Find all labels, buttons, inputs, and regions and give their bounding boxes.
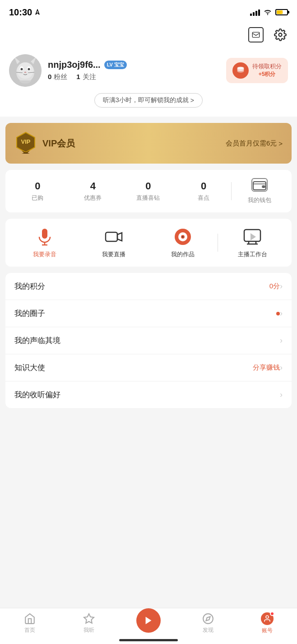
profile-section: nnjp3oj9f6... LV 宝宝 0 粉丝 1 关注 [0,47,297,117]
microphone-icon [37,228,52,246]
arrow-icon: › [280,309,283,318]
host-workspace-icon [243,229,261,245]
avatar[interactable] [9,54,42,87]
svg-point-43 [266,616,269,618]
works-icon [173,227,193,247]
vip-left: VIP VIP会员 [14,131,75,155]
action-host-label: 主播工作台 [238,250,267,259]
svg-point-12 [24,72,27,73]
menu-item-circle[interactable]: 我的圈子 › [5,300,292,327]
wallet-label: 我的钱包 [248,196,271,204]
action-live[interactable]: 我要直播 [79,227,148,259]
home-icon [24,613,36,625]
action-works-label: 我的作品 [171,250,195,259]
points-icon [232,62,249,79]
svg-marker-38 [251,233,256,240]
bottom-nav: 首页 我听 发现 账号 [0,608,297,644]
followers-item[interactable]: 0 粉丝 [48,73,67,81]
account-notification-dot [270,611,274,616]
nav-mylisten[interactable]: 我听 [60,613,119,634]
stats-row: 0 已购 4 优惠券 0 直播喜钻 0 喜点 我的钱包 [5,170,292,212]
stat-coupons[interactable]: 4 优惠券 [65,180,121,202]
arrow-icon: › [280,390,283,400]
svg-point-2 [279,33,282,37]
menu-item-soundscape[interactable]: 我的声临其境 › [5,327,292,354]
level-badge: LV 宝宝 [104,61,127,69]
location-arrow-icon [34,9,41,15]
menu-item-points[interactable]: 我的积分 0分 › [5,273,292,300]
menu-list: 我的积分 0分 › 我的圈子 › 我的声临其境 › 知识大使 分享赚钱 › 我的… [5,273,292,408]
svg-text:VIP: VIP [21,138,31,145]
unlock-banner: 听满3小时，即可解锁我的成就 > [9,93,288,108]
arrow-icon: › [280,282,283,291]
stat-live-diamonds[interactable]: 0 直播喜钻 [121,180,176,202]
menu-item-preference[interactable]: 我的收听偏好 › [5,381,292,408]
wifi-icon [264,9,272,15]
svg-rect-1 [252,32,259,37]
settings-button[interactable] [273,27,288,42]
svg-rect-28 [106,232,117,241]
action-record[interactable]: 我要录音 [10,227,79,259]
play-icon [144,616,153,625]
vip-banner[interactable]: VIP VIP会员 会员首月仅需6元 > [5,123,292,164]
svg-point-7 [17,62,33,79]
following-item[interactable]: 1 关注 [76,73,96,81]
svg-point-33 [182,236,184,238]
svg-rect-25 [42,229,47,239]
action-live-label: 我要直播 [102,250,125,259]
points-bonus: +5积分 [252,71,282,78]
mail-button[interactable] [248,27,264,42]
svg-point-41 [203,614,213,624]
stat-purchased[interactable]: 0 已购 [10,180,65,202]
settings-icon [274,28,287,41]
svg-point-0 [267,14,268,15]
unlock-button[interactable]: 听满3小时，即可解锁我的成就 > [94,93,203,108]
mail-icon [252,32,260,38]
nav-home[interactable]: 首页 [0,613,60,634]
my-works-icon [174,228,192,246]
vip-badge-container: VIP [14,131,37,155]
svg-point-10 [21,68,23,71]
top-bar [0,23,297,47]
arrow-icon: › [280,363,283,372]
svg-point-11 [28,68,30,71]
pending-points-card[interactable]: 待领取积分 +5积分 [226,58,288,83]
status-time: 10:30 [9,7,41,18]
svg-point-24 [263,186,264,188]
star-icon [83,613,95,625]
account-avatar-container [261,612,274,625]
arrow-icon: › [280,336,283,345]
svg-marker-40 [146,616,152,624]
action-row: 我要录音 我要直播 我的作品 [5,219,292,267]
camera-icon [104,227,124,247]
nav-account-label: 账号 [262,627,273,635]
stat-points[interactable]: 0 喜点 [176,180,232,202]
vip-badge-icon: VIP [14,131,37,154]
nav-mylisten-label: 我听 [84,626,94,634]
svg-marker-42 [206,616,210,620]
my-wallet[interactable]: 我的钱包 [232,178,287,204]
nav-discover-label: 发现 [203,626,213,634]
nav-play[interactable] [119,615,178,633]
svg-marker-29 [117,233,122,241]
home-indicator [119,639,178,641]
action-works[interactable]: 我的作品 [148,227,218,259]
username: nnjp3oj9f6... [48,60,101,70]
svg-marker-39 [84,614,94,623]
points-label: 待领取积分 [252,63,282,71]
compass-icon [202,613,214,625]
battery-icon: ⚡ [275,9,288,15]
action-record-label: 我要录音 [33,250,56,259]
vip-title: VIP会员 [42,137,75,150]
profile-info: nnjp3oj9f6... LV 宝宝 0 粉丝 1 关注 [48,60,220,81]
menu-item-ambassador[interactable]: 知识大使 分享赚钱 › [5,354,292,381]
notification-dot [276,312,280,315]
wallet-svg-icon [253,179,266,190]
nav-discover[interactable]: 发现 [178,613,238,634]
wallet-icon [251,178,268,192]
signal-icon [250,9,260,16]
play-button[interactable] [136,608,161,633]
nav-account[interactable]: 账号 [237,612,297,635]
coin-stack-icon [236,66,246,75]
action-host[interactable]: 主播工作台 [218,227,287,259]
